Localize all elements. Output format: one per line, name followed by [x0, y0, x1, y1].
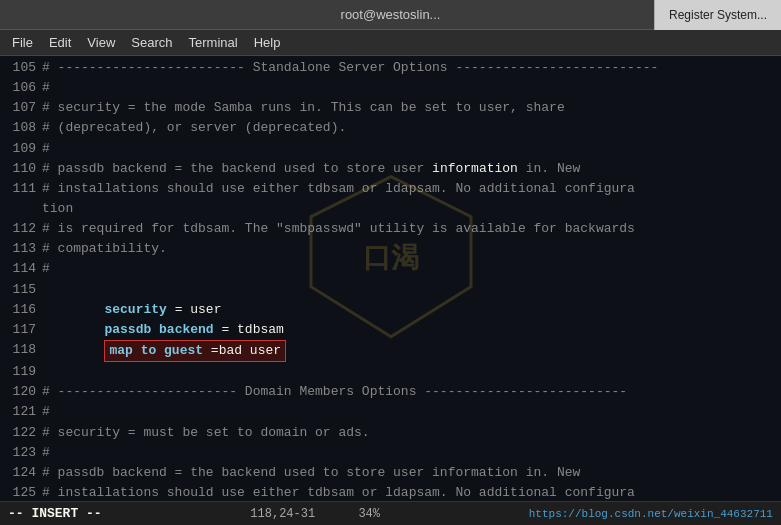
line-110: 110 # passdb backend = the backend used …: [4, 159, 777, 179]
line-114: 114 #: [4, 259, 777, 279]
line-106: 106 #: [4, 78, 777, 98]
line-108: 108 # (deprecated), or server (deprecate…: [4, 118, 777, 138]
menu-terminal[interactable]: Terminal: [181, 33, 246, 52]
menu-search[interactable]: Search: [123, 33, 180, 52]
line-124: 124 # passdb backend = the backend used …: [4, 463, 777, 483]
terminal-content: 口渴 105 # ------------------------ Standa…: [0, 56, 781, 501]
status-bar: -- INSERT -- 118,24-31 34% https://blog.…: [0, 501, 781, 525]
line-112: 112 # is required for tdbsam. The "smbpa…: [4, 219, 777, 239]
title-bar: root@westoslin... Register System...: [0, 0, 781, 30]
line-111-cont: tion: [4, 199, 777, 219]
line-125: 125 # installations should use either td…: [4, 483, 777, 501]
highlighted-text: map to guest =bad user: [104, 340, 286, 362]
line-117: 117 passdb backend = tdbsam: [4, 320, 777, 340]
menu-file[interactable]: File: [4, 33, 41, 52]
line-111: 111 # installations should use either td…: [4, 179, 777, 199]
line-119: 119: [4, 362, 777, 382]
line-118: 118 map to guest =bad user: [4, 340, 777, 362]
menu-edit[interactable]: Edit: [41, 33, 79, 52]
line-107: 107 # security = the mode Samba runs in.…: [4, 98, 777, 118]
window-title: root@westoslin...: [341, 7, 441, 22]
vim-mode: -- INSERT --: [8, 506, 102, 521]
source-url: https://blog.csdn.net/weixin_44632711: [529, 508, 773, 520]
line-122: 122 # security = must be set to domain o…: [4, 423, 777, 443]
menu-bar: File Edit View Search Terminal Help: [0, 30, 781, 56]
menu-view[interactable]: View: [79, 33, 123, 52]
line-120: 120 # ----------------------- Domain Mem…: [4, 382, 777, 402]
line-113: 113 # compatibility.: [4, 239, 777, 259]
line-115: 115: [4, 280, 777, 300]
line-121: 121 #: [4, 402, 777, 422]
menu-help[interactable]: Help: [246, 33, 289, 52]
cursor-position: 118,24-31 34%: [250, 507, 380, 521]
line-109: 109 #: [4, 139, 777, 159]
line-123: 123 #: [4, 443, 777, 463]
line-116: 116 security = user: [4, 300, 777, 320]
register-system-button[interactable]: Register System...: [654, 0, 781, 30]
line-105: 105 # ------------------------ Standalon…: [4, 58, 777, 78]
